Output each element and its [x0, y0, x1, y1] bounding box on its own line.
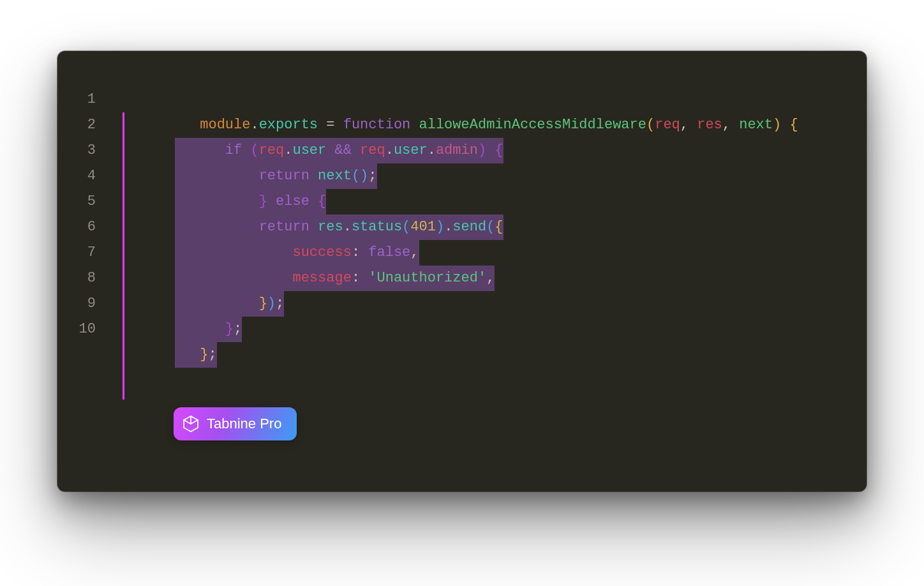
code-line-4: } else { [107, 163, 841, 189]
badge-label: Tabnine Pro [207, 416, 281, 432]
line-number: 5 [57, 189, 107, 214]
code-line-10: }; [107, 317, 841, 342]
line-number-gutter: 12345678910 [57, 51, 107, 342]
code-line-9: }; [107, 291, 841, 317]
line-number: 2 [57, 112, 107, 138]
line-number: 1 [57, 87, 107, 112]
code-line-3: return next(); [107, 138, 841, 163]
code-editor[interactable]: 12345678910 module.exports = function al… [57, 51, 867, 492]
suggestion-cursor-bar [123, 112, 124, 400]
code-line-1: module.exports = function alloweAdminAcc… [107, 87, 841, 112]
line-number: 6 [57, 214, 107, 240]
code-line-5: return res.status(401).send({ [107, 189, 841, 214]
line-number: 9 [57, 291, 107, 317]
line-number: 3 [57, 138, 107, 163]
line-number: 4 [57, 163, 107, 189]
tabnine-pro-badge[interactable]: Tabnine Pro [174, 407, 297, 440]
code-line-7: message: 'Unauthorized', [107, 240, 841, 266]
line-number: 8 [57, 266, 107, 291]
code-line-2: if (req.user && req.user.admin) { [107, 112, 841, 138]
line-number: 7 [57, 240, 107, 266]
tabnine-icon [183, 415, 199, 433]
line-number: 10 [57, 317, 107, 342]
code-area[interactable]: module.exports = function alloweAdminAcc… [107, 87, 841, 342]
code-line-8: }); [107, 266, 841, 291]
code-line-6: success: false, [107, 214, 841, 240]
editor-window: 12345678910 module.exports = function al… [57, 51, 867, 492]
